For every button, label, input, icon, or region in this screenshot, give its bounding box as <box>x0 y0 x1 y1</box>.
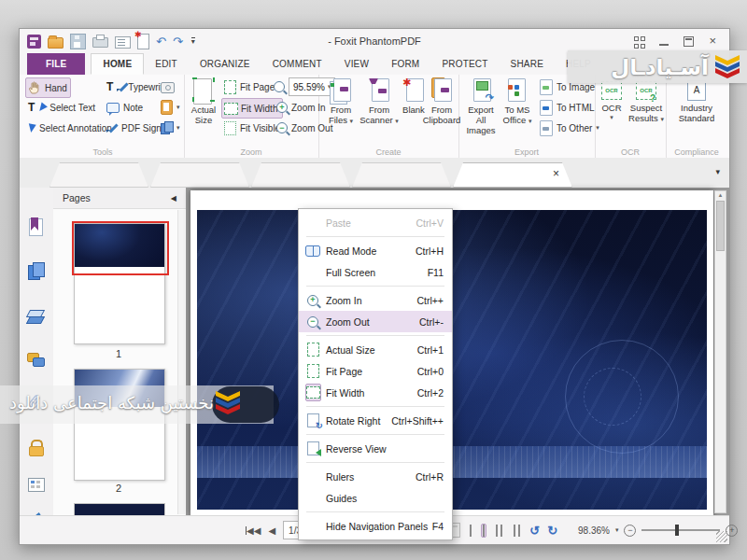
print-icon[interactable] <box>92 37 108 48</box>
security-panel-icon[interactable] <box>27 438 46 456</box>
bookmarks-panel-icon[interactable] <box>27 217 46 236</box>
tab-organize[interactable]: ORGANIZE <box>189 53 261 75</box>
save-icon[interactable] <box>70 34 86 49</box>
menu-item-zoom-in[interactable]: +Zoom InCtrl++ <box>299 289 452 311</box>
from-files-dropdown-icon[interactable]: ▾ <box>350 118 354 124</box>
from-scanner-dropdown-icon[interactable]: ▾ <box>395 118 399 124</box>
menu-item-reverse-view[interactable]: Reverse View <box>299 438 452 459</box>
to-ms-office-button[interactable]: To MS Office ▾ <box>501 77 533 126</box>
tab-edit[interactable]: EDIT <box>144 53 189 75</box>
note-button[interactable]: Note <box>104 98 146 117</box>
menu-item-rotate-right[interactable]: Rotate RightCtrl+Shift++ <box>299 410 452 431</box>
ocr-dropdown-icon[interactable]: ▾ <box>610 114 613 121</box>
pages-panel-scrollbar[interactable] <box>177 210 185 514</box>
current-view-rectangle <box>72 221 169 275</box>
tab-view[interactable]: VIEW <box>333 53 380 75</box>
export-all-images-button[interactable]: ↷ Export All Images <box>462 77 500 136</box>
open-icon[interactable] <box>48 37 63 49</box>
resize-grip[interactable] <box>716 531 727 542</box>
actual-size-button[interactable]: Actual Size <box>188 77 219 126</box>
to-html-button[interactable]: To HTML <box>537 98 598 117</box>
menu-item-zoom-out[interactable]: −Zoom OutCtrl+- <box>299 311 452 332</box>
rotate-left-icon[interactable]: ↺ <box>529 524 540 538</box>
to-other-button[interactable]: To Other▾ <box>537 119 602 137</box>
collapse-panel-icon[interactable]: ◀ <box>171 194 176 203</box>
facing-view-button[interactable] <box>494 524 504 538</box>
paste-tool-button[interactable]: ▾ <box>158 98 183 117</box>
fields-panel-icon[interactable] <box>27 475 46 494</box>
zoom-in-slider-button[interactable]: + <box>726 525 738 537</box>
zoom-in-icon: + <box>276 102 288 113</box>
tab-home[interactable]: HOME <box>91 53 144 75</box>
previous-page-button[interactable]: ◀ <box>268 525 275 536</box>
document-tab-1[interactable] <box>49 162 148 188</box>
page-thumbnail-1[interactable] <box>74 223 165 344</box>
to-ms-office-icon <box>506 77 529 104</box>
select-text-button[interactable]: T Select Text <box>25 98 98 117</box>
tab-list-dropdown-icon[interactable]: ▾ <box>715 167 720 176</box>
menu-item-actual-size[interactable]: Actual SizeCtrl+1 <box>299 339 452 360</box>
document-view[interactable]: ▲ <box>186 188 729 516</box>
redo-icon[interactable]: ↷ <box>173 35 183 49</box>
zoom-slider-handle[interactable] <box>675 525 679 536</box>
rotate-right-icon[interactable]: ↻ <box>547 524 557 538</box>
snapshot-button[interactable] <box>158 77 177 96</box>
swap-dropdown-icon[interactable]: ▾ <box>176 124 180 132</box>
vertical-scrollbar[interactable]: ▲ <box>714 190 726 513</box>
document-tab-4[interactable] <box>352 162 451 188</box>
layout-grid-icon[interactable] <box>634 36 644 47</box>
minimize-button[interactable] <box>659 41 669 46</box>
from-scanner-button[interactable]: From Scanner ▾ <box>359 77 399 126</box>
email-icon[interactable] <box>115 36 131 49</box>
menu-item-guides[interactable]: Guides <box>299 487 452 509</box>
from-files-button[interactable]: From Files ▾ <box>324 77 358 126</box>
to-ms-office-dropdown-icon[interactable]: ▾ <box>529 118 532 124</box>
tab-form[interactable]: FORM <box>380 53 430 75</box>
tab-close-icon[interactable]: × <box>553 167 559 180</box>
continuous-view-button[interactable] <box>481 524 486 538</box>
hand-tool-button[interactable]: Hand <box>25 77 71 98</box>
from-clipboard-button[interactable]: From Clipboard <box>427 77 457 126</box>
menu-item-hide-navigation-panels[interactable]: Hide Navigation PanelsF4 <box>299 515 452 537</box>
suspect-dropdown-icon[interactable]: ▾ <box>660 116 664 122</box>
tab-comment[interactable]: COMMENT <box>261 53 333 75</box>
zoom-out-slider-button[interactable]: − <box>624 525 636 537</box>
restore-button[interactable] <box>684 36 694 47</box>
comments-panel-icon[interactable] <box>27 351 46 370</box>
first-page-button[interactable]: ◀◀ <box>246 525 261 536</box>
status-zoom-dropdown-icon[interactable]: ▾ <box>615 526 619 534</box>
close-button[interactable]: × <box>709 35 716 47</box>
status-zoom-value[interactable]: 98.36% <box>578 525 610 536</box>
scroll-up-icon[interactable]: ▲ <box>715 191 726 200</box>
create-pdf-icon[interactable]: ✱ <box>137 34 149 49</box>
paste-dropdown-icon[interactable]: ▾ <box>176 104 180 111</box>
continuous-facing-view-button[interactable] <box>512 524 522 538</box>
tab-protect[interactable]: PROTECT <box>430 53 499 75</box>
layers-panel-icon[interactable] <box>27 307 46 326</box>
select-annotation-button[interactable]: Select Annotation <box>25 119 115 137</box>
ocr-button[interactable]: OCR OCR ▾ <box>597 77 627 121</box>
document-tab-active[interactable]: × <box>453 162 572 188</box>
tab-share[interactable]: SHARE <box>500 53 555 75</box>
customize-toolbar-icon[interactable]: ▾ <box>191 37 195 45</box>
menu-item-fit-width[interactable]: Fit WidthCtrl+2 <box>299 382 452 403</box>
fit-page-button[interactable]: Fit Page <box>221 77 277 96</box>
menu-item-full-screen[interactable]: Full ScreenF11 <box>299 261 452 283</box>
document-tab-3[interactable] <box>251 162 350 188</box>
menu-item-rulers[interactable]: RulersCtrl+R <box>299 466 452 487</box>
actual-size-menu-icon <box>307 343 319 357</box>
pages-panel-icon[interactable] <box>27 262 46 281</box>
industry-standard-button[interactable]: A Industry Standard <box>669 77 724 124</box>
single-page-view-button[interactable] <box>468 524 473 538</box>
document-tab-2[interactable] <box>150 162 249 188</box>
app-logo-icon[interactable] <box>27 35 41 49</box>
scrollbar-thumb[interactable] <box>716 201 725 251</box>
swap-pages-button[interactable]: ▾ <box>158 119 183 137</box>
tab-file[interactable]: FILE <box>27 53 85 75</box>
menu-item-read-mode[interactable]: Read ModeCtrl+H <box>299 240 452 261</box>
undo-icon[interactable]: ↶ <box>156 35 166 49</box>
zoom-slider[interactable] <box>641 529 720 531</box>
group-label-create: Create <box>318 147 458 157</box>
menu-item-fit-page[interactable]: Fit PageCtrl+0 <box>299 360 452 382</box>
suspect-results-button[interactable]: OCR? Suspect Results ▾ <box>628 77 664 124</box>
